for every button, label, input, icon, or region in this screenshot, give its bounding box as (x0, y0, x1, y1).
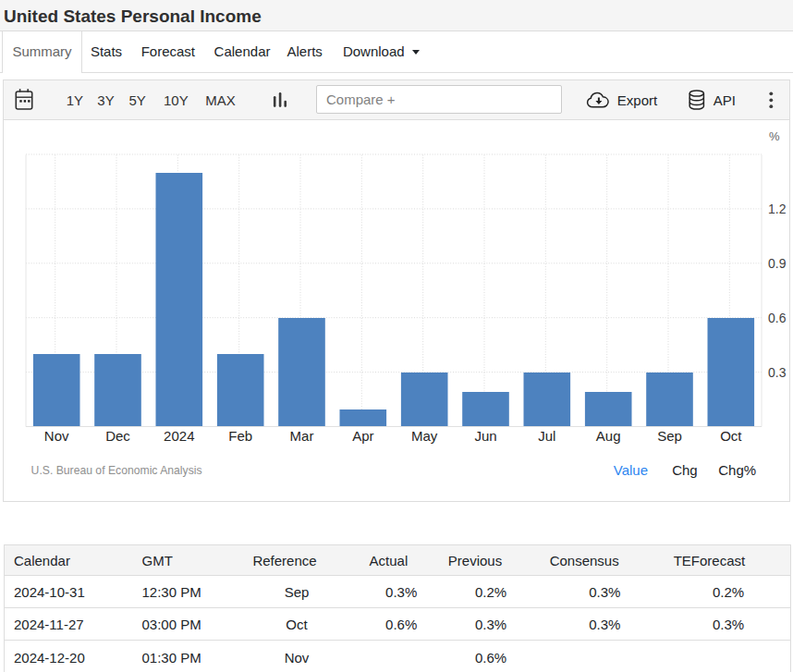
svg-text:Dec: Dec (105, 428, 130, 444)
svg-text:Jul: Jul (538, 428, 555, 444)
svg-text:Oct: Oct (720, 428, 742, 444)
svg-text:U.S. Bureau of Economic Analys: U.S. Bureau of Economic Analysis (31, 464, 202, 477)
svg-text:Chg%: Chg% (718, 462, 756, 478)
svg-text:0.3: 0.3 (768, 365, 787, 380)
svg-text:Sep: Sep (657, 428, 682, 444)
svg-text:1.2: 1.2 (768, 202, 787, 216)
svg-text:%: % (769, 129, 780, 143)
svg-text:Feb: Feb (228, 428, 252, 444)
svg-text:Aug: Aug (596, 428, 621, 444)
svg-text:0.6: 0.6 (768, 311, 787, 325)
svg-text:0.9: 0.9 (768, 256, 787, 271)
svg-text:Chg: Chg (672, 462, 698, 478)
svg-text:Jun: Jun (474, 428, 496, 444)
svg-text:Value: Value (614, 462, 648, 478)
svg-text:Apr: Apr (352, 428, 373, 444)
svg-text:2024: 2024 (164, 428, 194, 444)
svg-text:Nov: Nov (44, 428, 69, 444)
svg-text:May: May (411, 428, 438, 444)
svg-text:Mar: Mar (290, 428, 314, 444)
